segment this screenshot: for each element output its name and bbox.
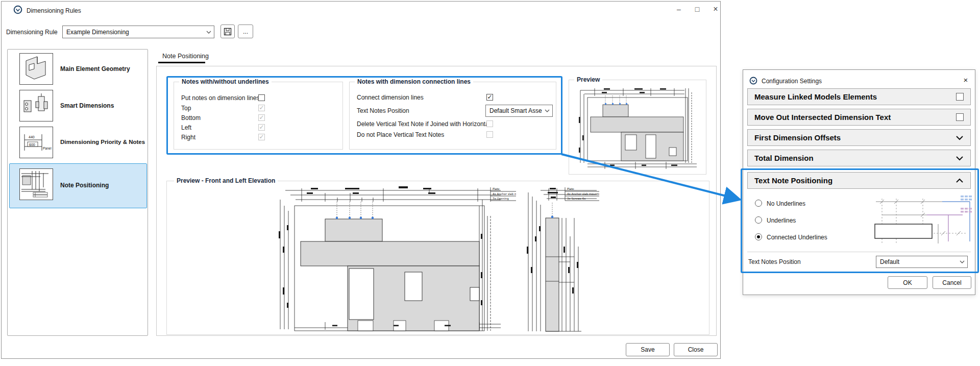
dimensioning-rule-value: Example Dimensioning (66, 29, 129, 36)
sidebar-item-smart-dimensions[interactable] (19, 90, 53, 121)
section-text-note-positioning[interactable]: Text Note Positioning (747, 172, 971, 189)
close-button[interactable]: Close (674, 343, 718, 356)
checkbox-label: Bottom (181, 114, 201, 121)
no-vertical-notes-checkbox (486, 131, 493, 138)
cancel-button[interactable]: Cancel (933, 276, 971, 289)
front-elevation-drawing: Plate 4x Anchor slab mounting 7x Opening (276, 185, 516, 332)
icon-panel-label: Panel (43, 147, 52, 150)
ok-button[interactable]: OK (888, 276, 927, 289)
dimensioning-rule-label: Dimensioning Rule (6, 29, 58, 36)
delete-vertical-note-checkbox (486, 120, 493, 127)
group-notes-underlines: Notes with/without underlines Put notes … (174, 82, 343, 150)
ok-button-label: OK (903, 279, 912, 286)
section-label: Total Dimension (754, 154, 814, 162)
close-icon[interactable]: × (959, 75, 973, 86)
checkbox-label: Top (181, 105, 191, 112)
section-label: Measure Linked Models Elements (754, 92, 877, 101)
front-note-3: 7x Opening (493, 197, 509, 201)
group-title: Preview - Front and Left Elevation (174, 177, 278, 184)
group-title: Notes with/without underlines (179, 78, 272, 85)
checkbox-label: Delete Vertical Text Note if Joined with… (357, 120, 490, 128)
floppy-icon (224, 28, 232, 36)
cancel-button-label: Cancel (942, 279, 961, 286)
section-move-out-intersected[interactable]: Move Out Intersected Dimension Text (747, 109, 971, 126)
sidebar-item-label[interactable]: Main Element Geometry (60, 65, 130, 72)
active-tab-underline (158, 62, 205, 63)
front-note-1: Plate (493, 187, 500, 190)
connected-underlines-radio[interactable] (755, 233, 762, 240)
sidebar-item-label[interactable]: Dimensioning Priority & Notes (60, 139, 145, 145)
put-notes-on-dimension-lines-checkbox[interactable] (258, 94, 265, 101)
radio-label[interactable]: Connected Underlines (767, 234, 827, 241)
save-button-label: Save (641, 346, 654, 353)
checkbox-label: Right (181, 134, 195, 141)
checkbox-label: Left (181, 124, 191, 131)
close-icon[interactable]: × (708, 4, 723, 15)
group-title: Preview (574, 76, 602, 83)
smart-dimensions-icon (20, 90, 53, 121)
right-checkbox (258, 134, 265, 140)
configuration-settings-window: Configuration Settings × Measure Linked … (743, 69, 975, 295)
connect-dimension-lines-checkbox[interactable] (486, 94, 493, 101)
no-underlines-radio[interactable] (755, 200, 762, 207)
dimension-priority-icon: 440 600 Panel (20, 127, 53, 158)
section-first-dimension-offsets[interactable]: First Dimension Offsets (747, 129, 971, 146)
note-positioning-iconbox (19, 168, 53, 200)
tab-note-positioning[interactable]: Note Positioning (162, 53, 209, 60)
close-button-label: Close (688, 346, 704, 353)
sidebar-item-label[interactable]: Note Positioning (60, 182, 109, 189)
icon-dim-600: 600 (29, 143, 35, 147)
chevron-down-icon (955, 135, 964, 140)
window-title: Configuration Settings (762, 78, 822, 85)
preview-drawing (574, 86, 702, 171)
text-notes-position-label: Text Notes Position (748, 258, 801, 265)
bottom-checkbox (258, 114, 265, 121)
icon-dim-440: 440 (29, 135, 35, 139)
more-options-label: ... (243, 28, 248, 35)
left-note-1: Plate (567, 187, 574, 190)
checkbox-label: Do not Place Vertical Text Notes (357, 131, 444, 138)
left-note-2: 4x Anchor slab mounting (567, 192, 599, 196)
left-note-3: 3x Screws 6x (567, 197, 586, 200)
radio-label[interactable]: Underlines (767, 217, 796, 224)
group-elevation-preview: Preview - Front and Left Elevation (166, 181, 709, 335)
section-label: Text Note Positioning (754, 176, 832, 185)
section-label: Move Out Intersected Dimension Text (754, 113, 891, 121)
underline-style-illustration (867, 194, 975, 255)
app-icon (13, 5, 22, 14)
text-notes-position-value: Default Smart Asse (489, 107, 542, 114)
group-preview: Preview (569, 80, 706, 175)
radio-label[interactable]: No Underlines (767, 200, 805, 207)
sidebar-item-main-element-geometry[interactable] (19, 53, 53, 85)
note-positioning-icon (20, 169, 53, 200)
chevron-up-icon (955, 178, 964, 183)
window-title: Dimensioning Rules (27, 7, 81, 14)
app-icon (749, 77, 757, 85)
front-note-2: 4x Anchor slab mounting (493, 192, 516, 196)
text-notes-position-label: Text Notes Position (357, 107, 409, 114)
save-button[interactable]: Save (626, 343, 670, 356)
section-total-dimension[interactable]: Total Dimension (747, 150, 971, 166)
maximize-icon[interactable]: □ (690, 4, 704, 15)
measure-linked-models-checkbox[interactable] (956, 93, 964, 101)
chevron-down-icon (545, 109, 550, 112)
left-elevation-drawing: Plate 4x Anchor slab mounting 3x Screws … (525, 185, 599, 332)
chevron-down-icon (955, 156, 964, 161)
underlines-radio[interactable] (755, 216, 762, 224)
minimize-icon[interactable]: – (672, 4, 686, 15)
section-label: First Dimension Offsets (754, 133, 841, 142)
checkbox-label: Connect dimension lines (357, 94, 424, 101)
chevron-down-icon (206, 31, 211, 34)
move-out-intersected-checkbox[interactable] (956, 113, 964, 121)
dimensioning-rule-select[interactable]: Example Dimensioning (62, 26, 214, 38)
text-notes-position-select[interactable]: Default (876, 256, 968, 268)
checkbox-label: Put notes on dimension lines (181, 94, 259, 102)
more-options-button[interactable]: ... (238, 25, 253, 38)
separator (747, 252, 971, 252)
section-measure-linked-models[interactable]: Measure Linked Models Elements (747, 88, 971, 105)
save-rule-button[interactable] (220, 25, 235, 38)
sidebar-item-dimensioning-priority[interactable]: 440 600 Panel (19, 127, 53, 158)
text-notes-position-select[interactable]: Default Smart Asse (485, 105, 553, 117)
sidebar-item-label[interactable]: Smart Dimensions (60, 102, 114, 109)
group-title: Notes with dimension connection lines (355, 78, 473, 85)
